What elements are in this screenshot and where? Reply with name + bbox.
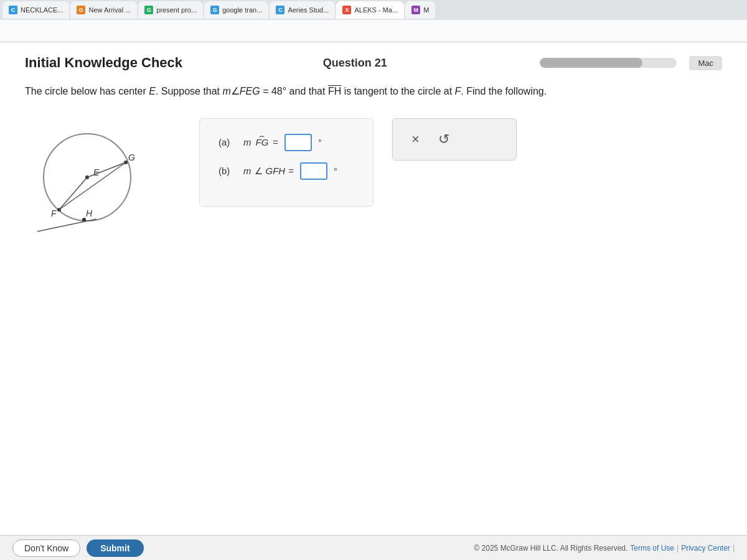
degree-a: ° bbox=[318, 138, 322, 147]
tab-label-aeries-stud: Aeries Stud... bbox=[288, 6, 329, 14]
fh-segment: FH bbox=[328, 86, 341, 96]
geometry-diagram: E G F bbox=[25, 118, 162, 255]
svg-line-9 bbox=[59, 162, 126, 210]
tab-present-pro[interactable]: G present pro... bbox=[138, 1, 203, 19]
privacy-center-link[interactable]: Privacy Center bbox=[681, 544, 730, 553]
degree-b: ° bbox=[334, 166, 337, 176]
tab-label-google-tran: google tran... bbox=[222, 6, 262, 14]
answer-check-area: (a) m ⌢ FG = ° (b) bbox=[199, 118, 517, 207]
part-a-m: m bbox=[243, 137, 251, 147]
svg-text:F: F bbox=[51, 208, 57, 218]
part-b-math: m∠GFH = bbox=[243, 166, 294, 177]
footer-copyright: © 2025 McGraw Hill LLC. All Rights Reser… bbox=[474, 544, 627, 553]
svg-line-8 bbox=[59, 177, 87, 210]
answer-row-a: (a) m ⌢ FG = ° bbox=[218, 134, 354, 151]
svg-line-10 bbox=[37, 219, 96, 231]
page-header: Initial Knowledge Check Question 21 Mac bbox=[25, 55, 722, 71]
tab-icon-present-pro: G bbox=[144, 6, 153, 14]
answer-panel: (a) m ⌢ FG = ° (b) bbox=[199, 118, 374, 207]
svg-text:E: E bbox=[93, 167, 100, 177]
tab-label-new-arrival: New Arrival ... bbox=[88, 6, 131, 14]
tab-icon-aleks-ma: X bbox=[342, 6, 351, 14]
terms-of-use-link[interactable]: Terms of Use bbox=[630, 544, 674, 553]
tab-icon-google-tran: G bbox=[210, 6, 219, 14]
tab-new-arrival[interactable]: ⊙ New Arrival ... bbox=[70, 1, 137, 19]
circle-diagram: E G F bbox=[25, 118, 162, 258]
tab-bar: C NECKLACE... ⊙ New Arrival ... G presen… bbox=[0, 0, 747, 20]
tab-label-aleks-ma: ALEKS - Ma... bbox=[354, 6, 398, 14]
x-button[interactable]: × bbox=[411, 131, 420, 147]
svg-text:G: G bbox=[128, 152, 135, 162]
tab-necklace[interactable]: C NECKLACE... bbox=[2, 1, 69, 19]
progress-bar-fill bbox=[540, 58, 642, 68]
main-content: Initial Knowledge Check Question 21 Mac … bbox=[0, 42, 747, 535]
footer-text: © 2025 McGraw Hill LLC. All Rights Reser… bbox=[474, 544, 735, 553]
undo-button[interactable]: ↺ bbox=[438, 131, 449, 147]
page-title: Initial Knowledge Check bbox=[25, 55, 182, 71]
bottom-left: Don't Know Submit bbox=[12, 539, 144, 557]
submit-button[interactable]: Submit bbox=[87, 539, 143, 557]
tab-icon-necklace: C bbox=[9, 6, 17, 14]
answer-input-a[interactable] bbox=[284, 134, 312, 151]
part-b-label: (b) bbox=[218, 166, 237, 176]
tab-label-m: M bbox=[423, 6, 429, 14]
tab-google-tran[interactable]: G google tran... bbox=[204, 1, 268, 19]
tab-icon-m: M bbox=[411, 6, 420, 14]
bottom-bar: Don't Know Submit © 2025 McGraw Hill LLC… bbox=[0, 535, 747, 560]
tab-m[interactable]: M M bbox=[405, 1, 435, 19]
tab-aleks-ma[interactable]: X ALEKS - Ma... bbox=[336, 1, 404, 19]
tab-label-present-pro: present pro... bbox=[156, 6, 197, 14]
problem-text: The circle below has center E. Suppose t… bbox=[25, 83, 722, 100]
footer-sep2: | bbox=[733, 544, 735, 553]
part-a-math: m ⌢ FG = bbox=[243, 137, 278, 147]
dont-know-button[interactable]: Don't Know bbox=[12, 539, 80, 557]
part-a-label: (a) bbox=[218, 137, 237, 147]
mac-button[interactable]: Mac bbox=[689, 56, 722, 70]
problem-layout: E G F bbox=[25, 118, 722, 258]
footer-sep1: | bbox=[677, 544, 679, 553]
tab-icon-aeries-stud: C bbox=[276, 6, 284, 14]
answer-input-b[interactable] bbox=[300, 162, 327, 180]
tab-icon-new-arrival: ⊙ bbox=[77, 6, 85, 14]
progress-bar-container bbox=[540, 58, 677, 68]
arc-fg: ⌢ FG bbox=[256, 137, 269, 147]
tab-label-necklace: NECKLACE... bbox=[21, 6, 63, 14]
tab-aeries-stud[interactable]: C Aeries Stud... bbox=[270, 1, 335, 19]
answer-row-b: (b) m∠GFH = ° bbox=[218, 162, 354, 180]
check-panel: × ↺ bbox=[392, 118, 517, 161]
address-bar bbox=[0, 20, 747, 42]
question-label: Question 21 bbox=[182, 57, 527, 70]
svg-text:H: H bbox=[86, 208, 93, 218]
